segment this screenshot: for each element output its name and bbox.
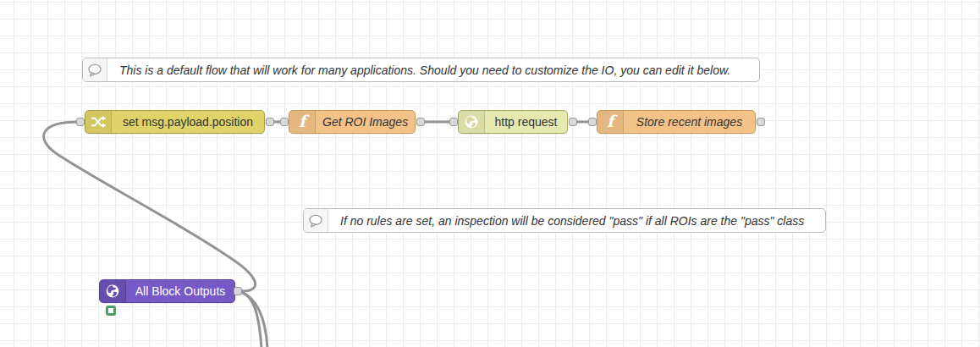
comment-node-default-flow[interactable]: This is a default flow that will work fo…: [82, 58, 760, 82]
input-port[interactable]: [449, 118, 458, 126]
input-port[interactable]: [588, 118, 597, 126]
comment-node-rules[interactable]: If no rules are set, an inspection will …: [303, 208, 826, 233]
input-port[interactable]: [280, 118, 289, 126]
node-all-block-outputs[interactable]: All Block Outputs: [99, 279, 235, 303]
wire-allblockoutputs-down-2[interactable]: [241, 292, 267, 347]
comment-text: If no rules are set, an inspection will …: [328, 209, 816, 232]
status-indicator: [106, 306, 116, 316]
node-http-request[interactable]: http request: [458, 110, 568, 134]
node-get-roi-images[interactable]: f Get ROI Images: [289, 110, 416, 134]
node-label: set msg.payload.position: [112, 111, 264, 133]
flow-canvas: This is a default flow that will work fo…: [0, 0, 980, 347]
input-port[interactable]: [76, 118, 85, 126]
function-icon: f: [597, 111, 624, 133]
node-label: Get ROI Images: [316, 111, 415, 133]
comment-icon: [83, 58, 107, 81]
comment-text: This is a default flow that will work fo…: [107, 58, 742, 81]
globe-icon: [459, 111, 485, 133]
output-port[interactable]: [757, 118, 765, 126]
node-store-recent-images[interactable]: f Store recent images: [597, 110, 756, 134]
node-label: http request: [485, 111, 567, 133]
node-label: Store recent images: [624, 111, 755, 133]
output-port[interactable]: [234, 287, 242, 295]
node-label: All Block Outputs: [126, 280, 234, 302]
output-port[interactable]: [569, 118, 577, 126]
shuffle-icon: [85, 111, 112, 133]
comment-icon: [304, 209, 328, 232]
globe-icon: [100, 280, 126, 302]
wire-allblockoutputs-to-change[interactable]: [44, 122, 256, 291]
node-set-msg-payload-position[interactable]: set msg.payload.position: [85, 110, 265, 134]
output-port[interactable]: [416, 118, 425, 126]
function-icon: f: [289, 111, 316, 133]
output-port[interactable]: [266, 118, 274, 126]
